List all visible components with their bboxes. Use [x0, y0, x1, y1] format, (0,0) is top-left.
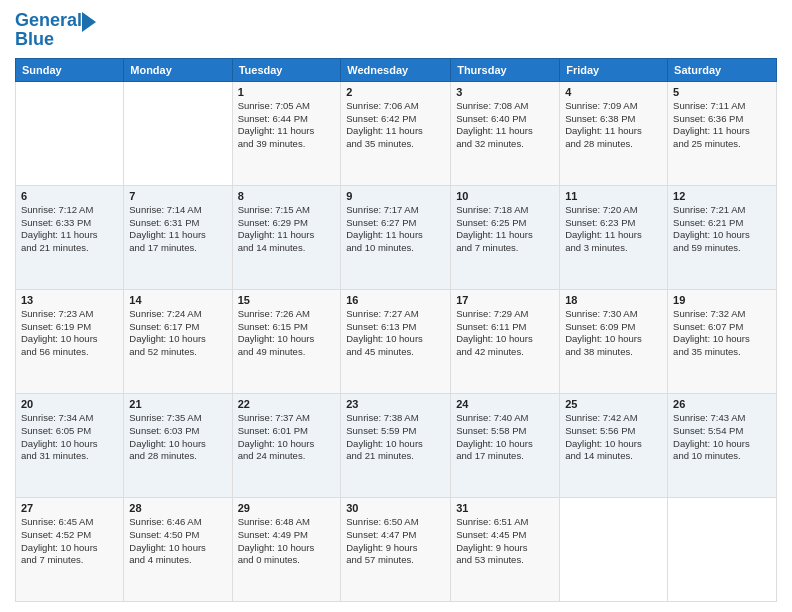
logo-general: General: [15, 11, 82, 31]
calendar-cell: 29Sunrise: 6:48 AM Sunset: 4:49 PM Dayli…: [232, 497, 341, 601]
calendar-cell: 7Sunrise: 7:14 AM Sunset: 6:31 PM Daylig…: [124, 185, 232, 289]
day-number: 14: [129, 294, 226, 306]
calendar-cell: 9Sunrise: 7:17 AM Sunset: 6:27 PM Daylig…: [341, 185, 451, 289]
calendar-cell: 25Sunrise: 7:42 AM Sunset: 5:56 PM Dayli…: [560, 393, 668, 497]
weekday-header-wednesday: Wednesday: [341, 58, 451, 81]
day-number: 23: [346, 398, 445, 410]
day-info: Sunrise: 7:42 AM Sunset: 5:56 PM Dayligh…: [565, 412, 662, 463]
day-number: 27: [21, 502, 118, 514]
day-info: Sunrise: 7:17 AM Sunset: 6:27 PM Dayligh…: [346, 204, 445, 255]
week-row-2: 6Sunrise: 7:12 AM Sunset: 6:33 PM Daylig…: [16, 185, 777, 289]
logo-arrow-icon: [82, 12, 96, 32]
day-number: 10: [456, 190, 554, 202]
day-number: 29: [238, 502, 336, 514]
day-number: 15: [238, 294, 336, 306]
day-info: Sunrise: 7:06 AM Sunset: 6:42 PM Dayligh…: [346, 100, 445, 151]
day-number: 11: [565, 190, 662, 202]
calendar-cell: 26Sunrise: 7:43 AM Sunset: 5:54 PM Dayli…: [668, 393, 777, 497]
day-info: Sunrise: 7:08 AM Sunset: 6:40 PM Dayligh…: [456, 100, 554, 151]
calendar-cell: [668, 497, 777, 601]
calendar-cell: 17Sunrise: 7:29 AM Sunset: 6:11 PM Dayli…: [451, 289, 560, 393]
weekday-header-thursday: Thursday: [451, 58, 560, 81]
day-number: 31: [456, 502, 554, 514]
day-info: Sunrise: 7:40 AM Sunset: 5:58 PM Dayligh…: [456, 412, 554, 463]
calendar-cell: 6Sunrise: 7:12 AM Sunset: 6:33 PM Daylig…: [16, 185, 124, 289]
weekday-header-friday: Friday: [560, 58, 668, 81]
calendar-cell: [124, 81, 232, 185]
day-number: 20: [21, 398, 118, 410]
day-number: 3: [456, 86, 554, 98]
day-info: Sunrise: 7:29 AM Sunset: 6:11 PM Dayligh…: [456, 308, 554, 359]
page: General Blue SundayMondayTuesdayWednesda…: [0, 0, 792, 612]
day-number: 19: [673, 294, 771, 306]
calendar-cell: 8Sunrise: 7:15 AM Sunset: 6:29 PM Daylig…: [232, 185, 341, 289]
day-info: Sunrise: 6:46 AM Sunset: 4:50 PM Dayligh…: [129, 516, 226, 567]
day-info: Sunrise: 7:30 AM Sunset: 6:09 PM Dayligh…: [565, 308, 662, 359]
calendar-cell: 19Sunrise: 7:32 AM Sunset: 6:07 PM Dayli…: [668, 289, 777, 393]
weekday-header-saturday: Saturday: [668, 58, 777, 81]
calendar-cell: 10Sunrise: 7:18 AM Sunset: 6:25 PM Dayli…: [451, 185, 560, 289]
calendar-cell: 31Sunrise: 6:51 AM Sunset: 4:45 PM Dayli…: [451, 497, 560, 601]
day-number: 25: [565, 398, 662, 410]
week-row-4: 20Sunrise: 7:34 AM Sunset: 6:05 PM Dayli…: [16, 393, 777, 497]
day-number: 8: [238, 190, 336, 202]
week-row-5: 27Sunrise: 6:45 AM Sunset: 4:52 PM Dayli…: [16, 497, 777, 601]
day-info: Sunrise: 7:35 AM Sunset: 6:03 PM Dayligh…: [129, 412, 226, 463]
calendar: SundayMondayTuesdayWednesdayThursdayFrid…: [15, 58, 777, 602]
calendar-cell: 12Sunrise: 7:21 AM Sunset: 6:21 PM Dayli…: [668, 185, 777, 289]
day-number: 26: [673, 398, 771, 410]
day-number: 12: [673, 190, 771, 202]
calendar-cell: 5Sunrise: 7:11 AM Sunset: 6:36 PM Daylig…: [668, 81, 777, 185]
day-info: Sunrise: 7:05 AM Sunset: 6:44 PM Dayligh…: [238, 100, 336, 151]
calendar-cell: 18Sunrise: 7:30 AM Sunset: 6:09 PM Dayli…: [560, 289, 668, 393]
day-info: Sunrise: 7:27 AM Sunset: 6:13 PM Dayligh…: [346, 308, 445, 359]
weekday-header-row: SundayMondayTuesdayWednesdayThursdayFrid…: [16, 58, 777, 81]
logo: General Blue: [15, 10, 96, 50]
weekday-header-monday: Monday: [124, 58, 232, 81]
day-number: 30: [346, 502, 445, 514]
day-info: Sunrise: 7:43 AM Sunset: 5:54 PM Dayligh…: [673, 412, 771, 463]
day-number: 6: [21, 190, 118, 202]
calendar-cell: 13Sunrise: 7:23 AM Sunset: 6:19 PM Dayli…: [16, 289, 124, 393]
logo-blue: Blue: [15, 30, 96, 50]
day-info: Sunrise: 6:45 AM Sunset: 4:52 PM Dayligh…: [21, 516, 118, 567]
calendar-cell: 15Sunrise: 7:26 AM Sunset: 6:15 PM Dayli…: [232, 289, 341, 393]
day-info: Sunrise: 7:18 AM Sunset: 6:25 PM Dayligh…: [456, 204, 554, 255]
day-number: 1: [238, 86, 336, 98]
calendar-cell: 21Sunrise: 7:35 AM Sunset: 6:03 PM Dayli…: [124, 393, 232, 497]
calendar-cell: 16Sunrise: 7:27 AM Sunset: 6:13 PM Dayli…: [341, 289, 451, 393]
day-info: Sunrise: 7:26 AM Sunset: 6:15 PM Dayligh…: [238, 308, 336, 359]
calendar-cell: [16, 81, 124, 185]
calendar-cell: 11Sunrise: 7:20 AM Sunset: 6:23 PM Dayli…: [560, 185, 668, 289]
calendar-cell: 24Sunrise: 7:40 AM Sunset: 5:58 PM Dayli…: [451, 393, 560, 497]
day-info: Sunrise: 7:12 AM Sunset: 6:33 PM Dayligh…: [21, 204, 118, 255]
calendar-cell: [560, 497, 668, 601]
header: General Blue: [15, 10, 777, 50]
calendar-cell: 3Sunrise: 7:08 AM Sunset: 6:40 PM Daylig…: [451, 81, 560, 185]
day-info: Sunrise: 7:21 AM Sunset: 6:21 PM Dayligh…: [673, 204, 771, 255]
calendar-cell: 2Sunrise: 7:06 AM Sunset: 6:42 PM Daylig…: [341, 81, 451, 185]
day-number: 16: [346, 294, 445, 306]
day-info: Sunrise: 7:34 AM Sunset: 6:05 PM Dayligh…: [21, 412, 118, 463]
day-number: 2: [346, 86, 445, 98]
day-info: Sunrise: 7:15 AM Sunset: 6:29 PM Dayligh…: [238, 204, 336, 255]
week-row-1: 1Sunrise: 7:05 AM Sunset: 6:44 PM Daylig…: [16, 81, 777, 185]
day-info: Sunrise: 7:24 AM Sunset: 6:17 PM Dayligh…: [129, 308, 226, 359]
day-info: Sunrise: 7:32 AM Sunset: 6:07 PM Dayligh…: [673, 308, 771, 359]
day-info: Sunrise: 6:51 AM Sunset: 4:45 PM Dayligh…: [456, 516, 554, 567]
day-info: Sunrise: 7:38 AM Sunset: 5:59 PM Dayligh…: [346, 412, 445, 463]
day-info: Sunrise: 7:20 AM Sunset: 6:23 PM Dayligh…: [565, 204, 662, 255]
calendar-cell: 14Sunrise: 7:24 AM Sunset: 6:17 PM Dayli…: [124, 289, 232, 393]
day-number: 22: [238, 398, 336, 410]
day-number: 28: [129, 502, 226, 514]
day-info: Sunrise: 7:14 AM Sunset: 6:31 PM Dayligh…: [129, 204, 226, 255]
day-number: 9: [346, 190, 445, 202]
weekday-header-tuesday: Tuesday: [232, 58, 341, 81]
day-info: Sunrise: 7:23 AM Sunset: 6:19 PM Dayligh…: [21, 308, 118, 359]
day-info: Sunrise: 7:37 AM Sunset: 6:01 PM Dayligh…: [238, 412, 336, 463]
day-number: 21: [129, 398, 226, 410]
day-number: 24: [456, 398, 554, 410]
day-number: 18: [565, 294, 662, 306]
day-number: 7: [129, 190, 226, 202]
calendar-cell: 28Sunrise: 6:46 AM Sunset: 4:50 PM Dayli…: [124, 497, 232, 601]
